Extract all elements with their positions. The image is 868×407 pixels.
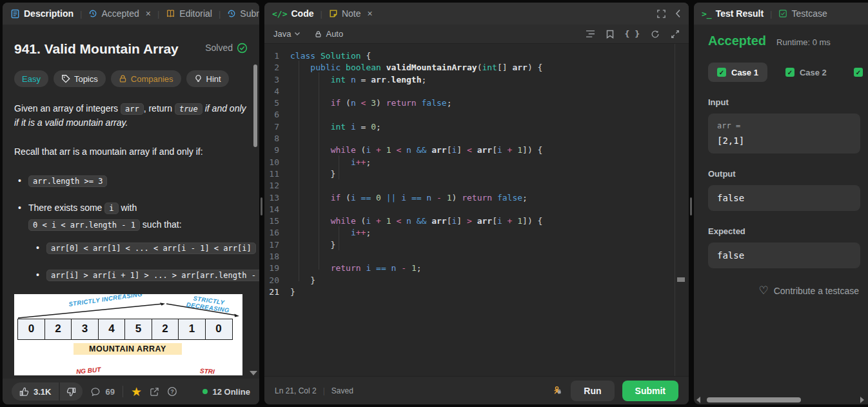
description-scrollbar[interactable] [253,65,257,147]
case-pill[interactable]: ✓Case 1 [708,63,767,82]
result-hscrollbar[interactable] [696,395,864,404]
tab-test-result[interactable]: >_ Test Result [702,8,764,19]
code-token: ]) { [522,145,542,155]
language-label: Java [273,29,291,39]
sub-bullet-list: arr[0] < arr[1] < ... < arr[i - 1] < arr… [28,240,248,284]
code-token: == [376,263,391,273]
comments-button[interactable]: 69 [90,387,114,397]
text-segment: with [119,203,137,213]
checkbox-icon [778,9,787,18]
contribute-testcase-link[interactable]: ♡ Contribute a testcase [708,285,860,296]
tab-note[interactable]: Note × [329,8,373,19]
collapse-chevron-icon[interactable] [675,9,681,18]
code-token: arr [431,216,446,226]
code-token: } [290,240,335,250]
code-token [290,145,331,155]
tab-code[interactable]: </> Code [272,8,313,19]
tab-description[interactable]: Description [10,8,74,19]
like-button[interactable]: 3.1K [12,382,59,401]
reset-icon[interactable] [651,30,660,39]
code-text: while (i + 1 < n && arr[i] > arr[i + 1])… [290,215,542,227]
code-token: ; [376,122,381,132]
tab-editorial[interactable]: Editorial [166,8,212,19]
hscroll-thumb[interactable] [707,397,801,402]
online-indicator: 12 Online [202,387,250,397]
sub-bullet-item: arr[i] > arr[i + 1] > ... > arr[arr.leng… [36,267,248,284]
share-button[interactable] [150,387,159,397]
tab-submissions[interactable]: Submissions [227,8,259,19]
inline-code: true [175,103,202,115]
array-cell: 4 [98,319,126,340]
hint-button[interactable]: Hint [186,70,229,87]
debugger-icon[interactable] [552,385,563,396]
language-selector[interactable]: Java [273,29,301,39]
bookmark-icon[interactable] [606,30,614,39]
tab-testcase[interactable]: Testcase [778,8,827,19]
description-tabbar: Description | Accepted × | Editorial | S… [3,3,259,25]
favorite-star-icon[interactable]: ★ [131,386,142,398]
tab-editorial-label: Editorial [179,8,212,19]
code-token: n [426,193,437,203]
code-text: return i == n - 1; [290,263,422,274]
autocomplete-toggle[interactable]: Auto [315,29,343,39]
code-token: if [331,193,346,203]
note-icon [329,9,338,18]
fullscreen-icon[interactable] [656,9,666,19]
input-box[interactable]: arr = [2,1] [708,114,860,154]
code-token: boolean [346,63,386,72]
code-line: 16 i++; [264,227,689,239]
dislike-button[interactable] [60,382,83,401]
array-cell: 3 [71,319,99,340]
code-token: { [366,51,371,61]
code-token: false [497,193,522,203]
indent-guide [319,72,319,270]
code-token [290,216,331,226]
panel-resize-handle[interactable] [690,197,692,215]
input-value: [2,1] [717,135,851,146]
line-number: 7 [264,121,290,133]
close-icon[interactable]: × [367,8,372,19]
tab-accepted[interactable]: Accepted × [88,8,151,19]
line-number: 10 [264,157,290,168]
editor-statusbar: Ln 21, Col 2 | Saved Run Submit [264,376,689,404]
difficulty-label: Easy [22,74,41,84]
submit-button[interactable]: Submit [622,381,678,401]
difficulty-badge[interactable]: Easy [14,70,48,87]
braces-icon[interactable]: { } [625,29,640,39]
code-token: i [366,263,376,273]
case-pill[interactable]: ✓Case 3 [845,63,868,82]
code-token [290,193,331,203]
editor-scrollbar-thumb[interactable] [677,277,685,282]
scroll-left-arrow[interactable] [696,397,700,403]
help-button[interactable]: ? [167,386,177,397]
companies-button[interactable]: Companies [111,70,181,87]
description-panel: Description | Accepted × | Editorial | S… [3,3,259,404]
code-token: 1 [386,216,397,226]
scroll-right-arrow[interactable] [860,397,864,403]
lock-icon [119,74,127,83]
code-text: while (i + 1 < n && arr[i] < arr[i + 1])… [290,144,542,156]
case-pill[interactable]: ✓Case 2 [776,63,836,82]
code-editor[interactable]: 1class Solution {2 public boolean validM… [264,44,689,376]
result-tabbar: >_ Test Result | Testcase [694,3,868,25]
editor-overview-ruler [675,44,675,376]
indent-guide [339,226,339,250]
code-text: } [290,275,315,286]
history-icon [88,9,97,18]
format-code-icon[interactable] [586,30,595,38]
contribute-label: Contribute a testcase [774,286,859,296]
close-icon[interactable]: × [146,8,151,19]
panel-resize-handle[interactable] [261,197,262,215]
topics-button[interactable]: Topics [54,70,106,87]
code-token [290,63,310,72]
code-token [290,263,331,273]
scroll-down-arrow[interactable] [250,371,257,375]
code-token: n [351,98,361,108]
case-check-icon: ✓ [854,68,863,77]
run-button[interactable]: Run [571,381,614,401]
code-text: int i = 0; [290,121,381,133]
expand-icon[interactable] [671,30,680,39]
line-number: 12 [264,180,290,192]
solved-label: Solved [205,43,233,53]
code-token: while [331,145,361,155]
